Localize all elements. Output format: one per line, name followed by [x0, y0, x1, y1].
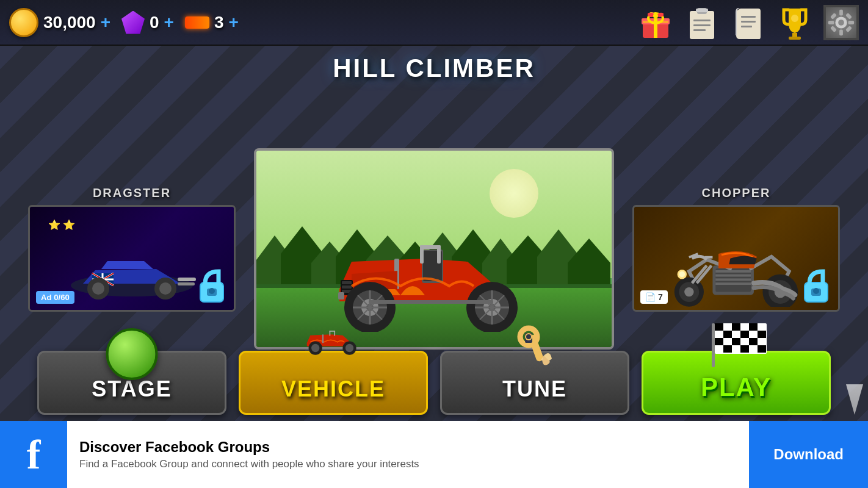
- gift-button[interactable]: [638, 5, 673, 40]
- svg-rect-75: [715, 278, 751, 281]
- vehicle-button[interactable]: VEHICLE: [239, 351, 428, 415]
- svg-rect-12: [696, 9, 708, 12]
- svg-rect-112: [758, 331, 766, 338]
- chopper-label: CHOPPER: [702, 186, 771, 200]
- top-right-icons: [638, 5, 859, 40]
- svg-rect-69: [369, 300, 493, 304]
- svg-rect-25: [830, 12, 837, 19]
- svg-rect-13: [741, 16, 756, 18]
- svg-rect-9: [693, 20, 711, 21]
- svg-rect-24: [848, 21, 855, 24]
- svg-rect-118: [758, 345, 766, 353]
- svg-point-91: [813, 288, 819, 294]
- dragster-lock-icon: [195, 265, 229, 305]
- svg-rect-116: [723, 345, 732, 353]
- dragster-label: DRAGSTER: [93, 186, 171, 200]
- coin-value: 30,000: [43, 13, 96, 32]
- svg-rect-14: [741, 21, 756, 23]
- chopper-lock-icon: [800, 265, 833, 305]
- gear-icon: [826, 7, 856, 38]
- download-button[interactable]: Download: [749, 421, 868, 488]
- scroll-button[interactable]: [731, 5, 766, 40]
- hill-climber-car: [303, 228, 565, 332]
- svg-rect-37: [178, 278, 196, 281]
- svg-rect-76: [715, 282, 751, 285]
- ad-label: Ad: [41, 293, 51, 302]
- trophy-button[interactable]: [777, 5, 812, 40]
- checkered-flag-icon: [709, 322, 764, 365]
- svg-rect-17: [789, 37, 801, 40]
- facebook-f-letter: f: [27, 431, 41, 479]
- gem-icon: [121, 11, 145, 34]
- gem-value: 0: [150, 13, 159, 32]
- svg-rect-111: [740, 331, 749, 338]
- dragster-image[interactable]: ⭐ ⭐: [28, 205, 236, 312]
- ad-banner: f Discover Facebook Groups Find a Facebo…: [0, 421, 868, 488]
- svg-rect-21: [839, 9, 843, 15]
- vehicle-mini-icon: [297, 319, 370, 364]
- svg-rect-114: [732, 338, 740, 345]
- flag-svg: [709, 322, 770, 368]
- svg-rect-50: [342, 281, 352, 284]
- stage-globe: [106, 328, 158, 380]
- ad-subtitle: Find a Facebook Group and connect with p…: [79, 458, 737, 470]
- dragster-panel[interactable]: DRAGSTER ⭐ ⭐: [28, 186, 236, 312]
- chopper-doc-badge: 📄 7: [640, 290, 668, 304]
- svg-rect-11: [693, 29, 706, 31]
- svg-rect-15: [741, 26, 752, 27]
- play-button[interactable]: PLAY: [642, 351, 831, 415]
- svg-rect-26: [845, 12, 852, 19]
- svg-rect-110: [723, 331, 732, 338]
- svg-rect-113: [715, 338, 723, 345]
- svg-rect-27: [830, 26, 837, 32]
- settings-button[interactable]: [823, 5, 859, 40]
- svg-point-97: [311, 344, 319, 352]
- svg-rect-38: [178, 282, 195, 285]
- moon: [490, 169, 538, 218]
- vehicle-label: VEHICLE: [281, 376, 385, 402]
- add-boosts-button[interactable]: +: [229, 13, 239, 32]
- stars-decoration: ⭐ ⭐: [48, 219, 75, 231]
- ad-text-area: Discover Facebook Groups Find a Facebook…: [67, 439, 749, 470]
- bottom-buttons: STAGE VEHICLE: [0, 348, 868, 421]
- add-coins-button[interactable]: +: [101, 13, 110, 32]
- svg-point-104: [526, 334, 531, 339]
- svg-rect-10: [693, 24, 711, 26]
- gift-icon: [638, 5, 673, 40]
- vehicle-title-area: HILL CLIMBER: [0, 54, 868, 83]
- svg-rect-48: [420, 245, 441, 249]
- svg-point-36: [159, 282, 172, 295]
- play-label: PLAY: [701, 373, 772, 402]
- svg-point-20: [838, 20, 844, 26]
- clipboard-button[interactable]: [684, 5, 720, 40]
- svg-point-99: [345, 344, 353, 352]
- svg-rect-105: [712, 323, 715, 367]
- chopper-svg: [654, 236, 819, 307]
- add-gems-button[interactable]: +: [164, 13, 174, 32]
- svg-point-81: [684, 287, 693, 296]
- scroll-icon: [732, 5, 764, 40]
- coin-icon: [9, 8, 38, 37]
- chopper-panel[interactable]: CHOPPER: [632, 186, 840, 312]
- wrench-svg: [510, 322, 559, 371]
- svg-point-41: [209, 288, 215, 294]
- svg-point-18: [791, 15, 798, 22]
- svg-point-88: [679, 271, 685, 278]
- facebook-logo: f: [0, 421, 67, 488]
- chopper-badge-num: 7: [658, 292, 663, 302]
- svg-rect-73: [715, 270, 751, 273]
- svg-rect-22: [839, 29, 843, 35]
- svg-rect-108: [732, 323, 740, 331]
- svg-rect-23: [828, 21, 834, 24]
- tune-button[interactable]: TUNE: [440, 351, 629, 415]
- boost-icon: [185, 16, 209, 29]
- trophy-icon: [779, 5, 811, 40]
- mini-car-svg: [297, 319, 370, 362]
- stage-button[interactable]: STAGE: [37, 351, 226, 415]
- ad-progress: 0/60: [54, 293, 69, 302]
- wrench-icon: [510, 322, 559, 381]
- coin-group: 30,000 +: [9, 8, 110, 37]
- svg-rect-70: [338, 292, 344, 300]
- gem-group: 0 +: [121, 11, 174, 34]
- chopper-image[interactable]: 📄 7: [632, 205, 840, 312]
